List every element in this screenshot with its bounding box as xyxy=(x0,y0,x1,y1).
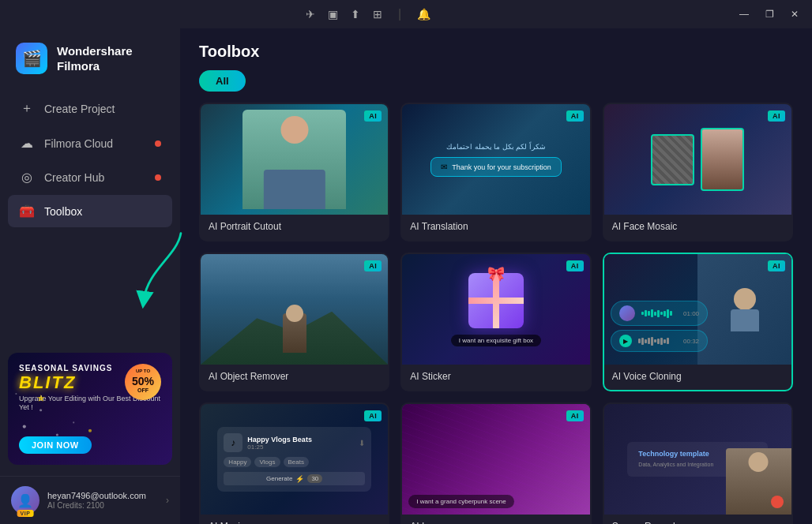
generate-button-area[interactable]: Generate ⚡ 30 xyxy=(224,472,365,485)
voice-time-1: 01:00 xyxy=(683,310,699,317)
maximize-button[interactable]: ❐ xyxy=(758,6,780,23)
minimize-button[interactable]: — xyxy=(733,6,755,23)
filter-bar: All xyxy=(180,70,812,103)
tool-label: AI Portrait Cutout xyxy=(201,215,388,240)
notification-dot xyxy=(155,174,161,181)
page-title: Toolbox xyxy=(199,43,793,61)
sidebar-item-filmora-cloud[interactable]: ☁ Filmora Cloud xyxy=(8,127,172,159)
tool-card-screen-recorder[interactable]: Technology template Data, Analytics and … xyxy=(603,402,793,524)
ai-badge: AI xyxy=(566,260,584,271)
image-prompt: I want a grand cyberpunk scene xyxy=(408,495,513,508)
record-button xyxy=(771,496,784,508)
voice-bar-2: ▶ xyxy=(611,330,708,352)
sidebar-item-label: Create Project xyxy=(44,103,115,115)
card-thumbnail: 🎀 I want an exquisite gift box AI xyxy=(402,254,589,365)
blurred-face xyxy=(651,134,694,185)
tool-label: AI Image xyxy=(402,515,589,524)
music-note-icon: ♪ xyxy=(224,433,242,452)
tool-card-ai-translation[interactable]: شكراً لكم بكل ما يحمله احتمامك ✉ Thank y… xyxy=(400,103,591,241)
content-area: Toolbox All AI xyxy=(180,28,812,524)
promo-banner: SEASONAL SAVINGS BLITZ Upgrade Your Edit… xyxy=(8,353,172,465)
user-info: heyan7496@outlook.com AI Credits: 2100 xyxy=(47,491,158,510)
music-info: Happy Vlogs Beats 01:25 xyxy=(247,436,354,451)
create-project-icon: ＋ xyxy=(19,100,35,117)
filter-all[interactable]: All xyxy=(199,70,246,92)
user-area[interactable]: 👤 VIP heyan7496@outlook.com AI Credits: … xyxy=(0,476,180,524)
nav-items: ＋ Create Project ☁ Filmora Cloud ◎ Creat… xyxy=(0,92,180,345)
app-logo-icon: 🎬 xyxy=(16,43,47,74)
ai-badge: AI xyxy=(364,110,382,122)
ai-badge: AI xyxy=(566,410,584,421)
face-boxes xyxy=(604,104,791,215)
sidebar-item-create-project[interactable]: ＋ Create Project xyxy=(8,92,172,125)
user-avatar: 👤 VIP xyxy=(11,486,39,515)
tools-grid: AI AI Portrait Cutout شكراً لكم بكل ما ي… xyxy=(199,103,793,524)
ai-badge: AI xyxy=(768,260,785,271)
svg-point-2 xyxy=(15,393,17,395)
user-email: heyan7496@outlook.com xyxy=(47,491,158,500)
voice-bar-1: 01:00 xyxy=(611,301,708,326)
svg-point-0 xyxy=(23,425,26,428)
play-button[interactable]: ▶ xyxy=(619,335,632,347)
tool-card-ai-music[interactable]: ♪ Happy Vlogs Beats 01:25 ⬇ Happy xyxy=(199,402,389,524)
wave-display xyxy=(638,336,677,346)
voice-time-2: 00:32 xyxy=(683,338,699,345)
card-thumbnail: AI xyxy=(201,104,388,215)
card-thumbnail: AI xyxy=(201,254,388,365)
generate-count: 30 xyxy=(307,474,322,483)
card-thumbnail: ♪ Happy Vlogs Beats 01:25 ⬇ Happy xyxy=(201,404,388,515)
image-scene: I want a grand cyberpunk scene xyxy=(402,404,589,515)
download-icon: ⬇ xyxy=(359,439,365,447)
tool-card-ai-sticker[interactable]: 🎀 I want an exquisite gift box AI AI Sti… xyxy=(400,253,591,391)
tool-label: AI Translation xyxy=(402,215,589,240)
grid-icon[interactable]: ⊞ xyxy=(373,8,382,21)
main-layout: 🎬 Wondershare Filmora ＋ Create Project ☁… xyxy=(0,28,812,524)
card-thumbnail: Technology template Data, Analytics and … xyxy=(604,404,791,515)
tool-card-ai-object-remover[interactable]: AI AI Object Remover xyxy=(199,253,389,391)
vip-badge: VIP xyxy=(17,510,34,517)
filmora-cloud-icon: ☁ xyxy=(19,136,35,151)
close-button[interactable]: ✕ xyxy=(784,6,806,23)
sidebar-item-label: Toolbox xyxy=(44,205,82,218)
sidebar-item-toolbox[interactable]: 🧰 Toolbox xyxy=(8,195,172,227)
generate-label: Generate xyxy=(266,475,292,482)
bell-icon[interactable]: 🔔 xyxy=(417,8,430,21)
tag-vlogs: Vlogs xyxy=(254,457,280,467)
tool-card-ai-image[interactable]: I want a grand cyberpunk scene AI AI Ima… xyxy=(400,402,591,524)
tool-label: AI Voice Cloning xyxy=(604,365,791,390)
promo-discount-badge: UP TO 50% OFF xyxy=(125,364,161,400)
tool-label: AI Sticker xyxy=(402,365,589,390)
bow: 🎀 xyxy=(487,265,505,283)
tool-card-ai-voice-cloning[interactable]: 01:00 ▶ xyxy=(603,253,793,391)
avatar-icon: 👤 xyxy=(17,493,33,508)
promo-off: OFF xyxy=(137,387,148,394)
titlebar-controls: — ❐ ✕ xyxy=(733,6,806,23)
tag-happy: Happy xyxy=(224,457,251,467)
send-icon[interactable]: ✈ xyxy=(306,8,315,21)
tag-beats: Beats xyxy=(284,457,309,467)
svg-point-4 xyxy=(73,421,74,423)
tool-card-ai-face-mosaic[interactable]: AI AI Face Mosaic xyxy=(603,103,793,241)
chevron-right-icon: › xyxy=(166,495,169,506)
ai-badge: AI xyxy=(566,110,584,122)
ai-badge: AI xyxy=(768,110,785,122)
notification-dot xyxy=(155,140,161,147)
promo-percent: 50% xyxy=(132,375,154,388)
gift-box: 🎀 xyxy=(468,273,524,328)
upload-icon[interactable]: ⬆ xyxy=(351,8,360,21)
tool-card-ai-portrait-cutout[interactable]: AI AI Portrait Cutout xyxy=(199,103,389,241)
card-thumbnail: AI xyxy=(604,104,791,215)
tool-label: Screen Recorder xyxy=(604,515,791,524)
toolbox-icon: 🧰 xyxy=(19,204,35,219)
creator-hub-icon: ◎ xyxy=(19,170,35,185)
sidebar-item-label: Filmora Cloud xyxy=(44,137,113,150)
sticker-prompt: I want an exquisite gift box xyxy=(451,335,541,346)
monitor-icon[interactable]: ▣ xyxy=(328,8,338,21)
promo-up-to: UP TO xyxy=(136,369,150,374)
tool-label: AI Object Remover xyxy=(201,365,388,390)
content-header: Toolbox xyxy=(180,28,812,70)
user-credits: AI Credits: 2100 xyxy=(47,501,158,510)
promo-join-button[interactable]: JOIN NOW xyxy=(19,436,92,454)
sidebar-item-creator-hub[interactable]: ◎ Creator Hub xyxy=(8,161,172,193)
titlebar-icons: ✈ ▣ ⬆ ⊞ | 🔔 xyxy=(306,7,430,21)
